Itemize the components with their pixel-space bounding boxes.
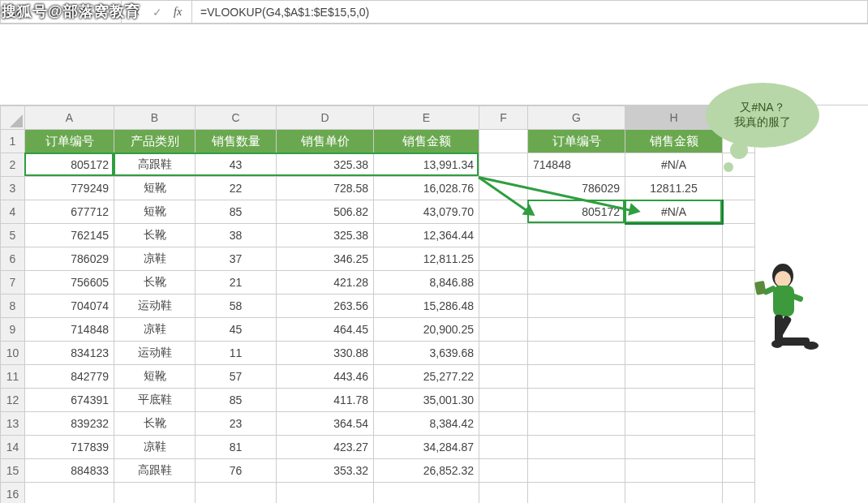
cell-B3[interactable]: 短靴	[114, 177, 196, 200]
cell-E6[interactable]: 12,811.25	[374, 247, 479, 271]
cell-A12[interactable]: 674391	[25, 389, 114, 412]
cell-I16[interactable]	[723, 483, 755, 504]
cell-G7[interactable]	[528, 271, 625, 294]
cell-G6[interactable]	[528, 247, 625, 271]
cell-C1[interactable]: 销售数量	[196, 130, 277, 153]
cell-C8[interactable]: 58	[196, 294, 277, 318]
row-header-12[interactable]: 12	[1, 389, 25, 412]
cell-A4[interactable]: 677712	[25, 200, 114, 224]
cell-D9[interactable]: 464.45	[277, 318, 374, 342]
cell-C4[interactable]: 85	[196, 200, 277, 224]
cell-D12[interactable]: 411.78	[277, 389, 374, 412]
col-header-E[interactable]: E	[374, 106, 479, 130]
col-header-G[interactable]: G	[528, 106, 625, 130]
cell-A5[interactable]: 762145	[25, 224, 114, 247]
cell-D2[interactable]: 325.38	[277, 153, 374, 177]
cell-F11[interactable]	[479, 365, 528, 389]
cell-H14[interactable]	[625, 436, 723, 459]
cell-D4[interactable]: 506.82	[277, 200, 374, 224]
cell-G14[interactable]	[528, 436, 625, 459]
cell-A11[interactable]: 842779	[25, 365, 114, 389]
cell-E4[interactable]: 43,079.70	[374, 200, 479, 224]
cell-F4[interactable]	[479, 200, 528, 224]
cell-H5[interactable]	[625, 224, 723, 247]
cell-G1[interactable]: 订单编号	[528, 130, 625, 153]
cell-D3[interactable]: 728.58	[277, 177, 374, 200]
cell-D1[interactable]: 销售单价	[277, 130, 374, 153]
row-header-10[interactable]: 10	[1, 342, 25, 365]
row-header-1[interactable]: 1	[1, 130, 25, 153]
cell-C5[interactable]: 38	[196, 224, 277, 247]
row-header-16[interactable]: 16	[1, 483, 25, 504]
cell-A6[interactable]: 786029	[25, 247, 114, 271]
row-header-11[interactable]: 11	[1, 365, 25, 389]
cell-G15[interactable]	[528, 459, 625, 483]
cell-E8[interactable]: 15,286.48	[374, 294, 479, 318]
cell-C3[interactable]: 22	[196, 177, 277, 200]
cell-C13[interactable]: 23	[196, 412, 277, 436]
col-header-B[interactable]: B	[114, 106, 196, 130]
cell-B6[interactable]: 凉鞋	[114, 247, 196, 271]
cell-G8[interactable]	[528, 294, 625, 318]
cell-H7[interactable]	[625, 271, 723, 294]
cell-D5[interactable]: 325.38	[277, 224, 374, 247]
cell-B5[interactable]: 长靴	[114, 224, 196, 247]
cell-B11[interactable]: 短靴	[114, 365, 196, 389]
cell-G13[interactable]	[528, 412, 625, 436]
cell-A13[interactable]: 839232	[25, 412, 114, 436]
cell-E7[interactable]: 8,846.88	[374, 271, 479, 294]
cell-H2[interactable]: #N/A	[625, 153, 723, 177]
cell-I15[interactable]	[723, 459, 755, 483]
row-header-5[interactable]: 5	[1, 224, 25, 247]
cell-B8[interactable]: 运动鞋	[114, 294, 196, 318]
select-all-corner[interactable]	[1, 106, 25, 130]
cell-B7[interactable]: 长靴	[114, 271, 196, 294]
worksheet-area[interactable]: ABCDEFGHI1订单编号产品类别销售数量销售单价销售金额订单编号销售金额28…	[0, 105, 868, 503]
cell-B10[interactable]: 运动鞋	[114, 342, 196, 365]
cell-B13[interactable]: 长靴	[114, 412, 196, 436]
fx-icon[interactable]: fx	[174, 6, 182, 19]
cell-D11[interactable]: 443.46	[277, 365, 374, 389]
cell-E13[interactable]: 8,384.42	[374, 412, 479, 436]
confirm-icon[interactable]: ✓	[153, 6, 162, 19]
cell-B16[interactable]	[114, 483, 196, 504]
cell-A16[interactable]	[25, 483, 114, 504]
cell-H9[interactable]	[625, 318, 723, 342]
cell-C15[interactable]: 76	[196, 459, 277, 483]
cell-I3[interactable]	[723, 177, 755, 200]
cell-D7[interactable]: 421.28	[277, 271, 374, 294]
cell-C2[interactable]: 43	[196, 153, 277, 177]
col-header-A[interactable]: A	[25, 106, 114, 130]
cell-D14[interactable]: 423.27	[277, 436, 374, 459]
cell-E12[interactable]: 35,001.30	[374, 389, 479, 412]
row-header-3[interactable]: 3	[1, 177, 25, 200]
cell-C6[interactable]: 37	[196, 247, 277, 271]
cell-B14[interactable]: 凉鞋	[114, 436, 196, 459]
cell-F2[interactable]	[479, 153, 528, 177]
cell-G11[interactable]	[528, 365, 625, 389]
cell-B12[interactable]: 平底鞋	[114, 389, 196, 412]
cell-A10[interactable]: 834123	[25, 342, 114, 365]
cell-I5[interactable]	[723, 224, 755, 247]
cell-A1[interactable]: 订单编号	[25, 130, 114, 153]
cell-E14[interactable]: 34,284.87	[374, 436, 479, 459]
cell-H11[interactable]	[625, 365, 723, 389]
cell-D16[interactable]	[277, 483, 374, 504]
cell-F13[interactable]	[479, 412, 528, 436]
cell-E5[interactable]: 12,364.44	[374, 224, 479, 247]
cell-H16[interactable]	[625, 483, 723, 504]
row-header-15[interactable]: 15	[1, 459, 25, 483]
cell-A9[interactable]: 714848	[25, 318, 114, 342]
cell-H6[interactable]	[625, 247, 723, 271]
cell-I12[interactable]	[723, 389, 755, 412]
cell-C16[interactable]	[196, 483, 277, 504]
row-header-7[interactable]: 7	[1, 271, 25, 294]
row-header-9[interactable]: 9	[1, 318, 25, 342]
cell-B4[interactable]: 短靴	[114, 200, 196, 224]
row-header-13[interactable]: 13	[1, 412, 25, 436]
cell-H12[interactable]	[625, 389, 723, 412]
cell-H8[interactable]	[625, 294, 723, 318]
cell-C10[interactable]: 11	[196, 342, 277, 365]
cell-G10[interactable]	[528, 342, 625, 365]
cell-F3[interactable]	[479, 177, 528, 200]
